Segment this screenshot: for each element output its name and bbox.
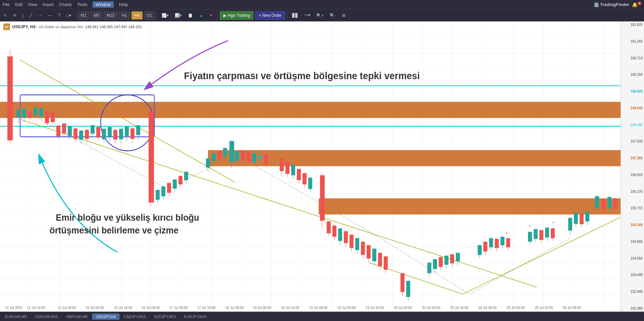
svg-rect-69	[51, 112, 55, 122]
menu-view[interactable]: View	[28, 2, 37, 7]
new-order-btn[interactable]: + New Order	[255, 11, 285, 20]
tf-h4[interactable]: H4	[131, 11, 143, 19]
svg-rect-148	[320, 175, 325, 221]
svg-rect-154	[338, 228, 342, 241]
svg-rect-227	[613, 198, 617, 209]
menu-tools[interactable]: Tools	[77, 2, 87, 7]
notification-icon[interactable]: 🔔1	[632, 2, 641, 7]
price-161820: 161.820	[622, 23, 643, 26]
logo-area: 🏦 TradingFinder 🔔1	[594, 2, 641, 7]
svg-rect-39	[208, 150, 621, 166]
tab-gbpusd-m5[interactable]: GBPUSD,M5	[62, 314, 92, 320]
svg-text:22 Jul 08:00: 22 Jul 08:00	[309, 306, 328, 309]
svg-rect-144	[303, 173, 307, 184]
svg-rect-127	[241, 151, 245, 161]
svg-text:29 Jul 16:00: 29 Jul 16:00	[535, 306, 553, 309]
zoom-out-btn[interactable]: 🔍-	[327, 11, 338, 20]
svg-rect-125	[235, 152, 239, 161]
price-155160: 155.160	[622, 223, 643, 227]
svg-text:18 Jul 08:00: 18 Jul 08:00	[225, 306, 244, 309]
svg-rect-156	[344, 231, 348, 243]
cursor-tool[interactable]: ↖	[1, 11, 9, 20]
svg-rect-63	[34, 107, 38, 115]
tab-nzdjpy-m15[interactable]: NZDJPY,M15	[150, 314, 180, 320]
svg-rect-194	[495, 239, 499, 248]
zoom-in-btn[interactable]: 🔍+	[314, 11, 326, 20]
svg-rect-182	[444, 256, 448, 265]
svg-rect-207	[545, 228, 549, 237]
sell-btn[interactable]: ▼	[207, 11, 215, 20]
svg-text:15 Jul 16:00: 15 Jul 16:00	[114, 306, 132, 309]
svg-rect-77	[73, 128, 77, 139]
svg-rect-138	[285, 162, 289, 174]
menu-edit[interactable]: Edit	[15, 2, 22, 7]
trend-line-tool[interactable]: ╱	[27, 11, 34, 20]
oscillator-btn[interactable]: 〜▾	[302, 11, 313, 20]
menu-bar: File Edit View Insert Charts Tools Windo…	[0, 0, 644, 9]
svg-rect-160	[355, 238, 359, 250]
svg-rect-38	[0, 102, 621, 118]
menu-window[interactable]: Window	[93, 1, 113, 8]
bars-btn[interactable]: ▊▊	[290, 11, 301, 20]
svg-rect-103	[156, 190, 160, 200]
templates-btn[interactable]: 📋	[185, 11, 195, 20]
svg-rect-196	[500, 237, 504, 245]
price-153495: 153.495	[622, 273, 643, 277]
svg-rect-121	[223, 148, 227, 156]
chart-svg: + + +	[0, 21, 621, 312]
vertical-line-tool[interactable]: |	[20, 11, 26, 20]
indicators-btn[interactable]: 📊▾	[172, 11, 184, 20]
shapes-tool[interactable]: □▾	[64, 11, 73, 20]
svg-rect-176	[427, 263, 431, 273]
svg-rect-136	[280, 159, 284, 171]
bottom-tabs: EURUSD,M5 USDCHF,M15 GBPUSD,M5 USDJPY,H4…	[0, 312, 644, 321]
svg-rect-201	[528, 232, 532, 242]
svg-rect-190	[483, 242, 487, 252]
price-157935: 157.935	[622, 140, 643, 143]
tf-m15[interactable]: M15	[104, 11, 117, 19]
svg-rect-213	[568, 218, 572, 231]
tf-m1[interactable]: M1	[78, 11, 90, 19]
text-tool[interactable]: T	[56, 11, 63, 20]
symbol-info: $¥ USDJPY, H4: US Dollar vs Japanese Yen…	[3, 23, 142, 30]
svg-rect-166	[372, 249, 376, 261]
svg-point-132	[258, 155, 262, 159]
svg-rect-115	[206, 159, 210, 168]
algo-trading-btn[interactable]: ▶ Algo Trading	[220, 11, 254, 20]
svg-rect-91	[113, 130, 117, 140]
svg-rect-186	[456, 253, 460, 261]
hline-tool[interactable]: —	[46, 11, 54, 20]
ray-tool[interactable]: →	[36, 11, 44, 20]
buy-btn[interactable]: ▲	[197, 11, 205, 20]
price-158490: 158.490	[622, 123, 643, 127]
menu-help[interactable]: Help	[119, 2, 128, 7]
menu-charts[interactable]: Charts	[59, 2, 72, 7]
tf-m5[interactable]: M5	[91, 11, 102, 19]
price-160710: 160.710	[622, 56, 643, 60]
svg-rect-146	[308, 178, 312, 189]
crosshair-tool[interactable]: ✛	[11, 11, 19, 20]
svg-rect-119	[217, 152, 221, 159]
menu-file[interactable]: File	[3, 2, 10, 7]
svg-text:örtüşmesini belirleme ve çizme: örtüşmesini belirleme ve çizme	[50, 225, 178, 235]
svg-rect-134	[264, 154, 268, 164]
chart-type-btn[interactable]: 📈▾	[159, 11, 171, 20]
svg-rect-73	[62, 123, 66, 133]
svg-text:+: +	[552, 220, 554, 225]
price-160155: 160.155	[622, 73, 643, 76]
price-152385: 152.385	[622, 307, 643, 310]
tab-eurjpy-m15[interactable]: EURJPY,M15	[180, 314, 210, 320]
tab-cadjpy-m15[interactable]: CADJPY,M15	[120, 314, 150, 320]
price-157380: 157.380	[622, 156, 643, 160]
symbol-prices: 148.041 148.355 147.947 148.153	[85, 25, 142, 29]
svg-rect-83	[91, 125, 95, 134]
tab-usdchf-m15[interactable]: USDCHF,M15	[31, 314, 62, 320]
svg-rect-184	[450, 254, 454, 263]
grid-btn[interactable]: ⊞	[340, 11, 348, 20]
tab-eurusd-m5[interactable]: EURUSD,M5	[1, 314, 31, 320]
tab-usdjpy-h4[interactable]: USDJPY,H4	[92, 314, 119, 320]
tf-h1[interactable]: H1	[119, 11, 130, 19]
menu-insert[interactable]: Insert	[43, 2, 54, 7]
tf-d1[interactable]: D1	[144, 11, 155, 19]
toolbar: ↖ ✛ | ╱ → — T □▾ M1 M5 M15 H1 H4 D1 📈▾ 📊…	[0, 9, 644, 21]
